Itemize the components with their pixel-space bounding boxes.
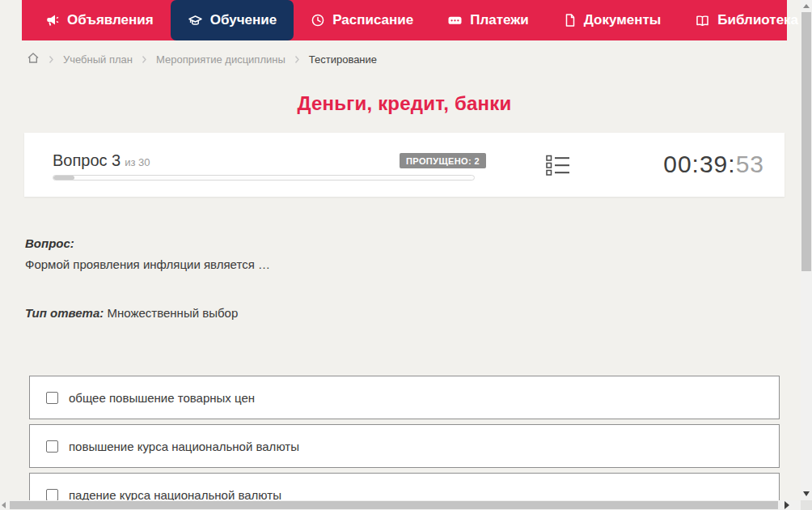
nav-item-label: Обучение [210,12,277,28]
option-label: общее повышение товарных цен [69,391,255,405]
progress-bar [53,175,475,181]
breadcrumb-separator-icon [49,55,54,64]
scroll-right-arrow[interactable] [785,501,789,509]
question-list-icon [546,165,570,179]
library-icon [695,14,710,28]
nav-item-label: Объявления [67,12,154,28]
vertical-scrollbar[interactable] [801,0,812,500]
nav-item-learning[interactable]: Обучение [171,0,294,40]
skipped-badge: ПРОПУЩЕНО: 2 [400,153,486,168]
megaphone-icon [45,14,60,28]
question-number: Вопрос 3из 30 [53,151,150,170]
breadcrumb: Учебный план Мероприятие дисциплины Тест… [27,50,377,68]
scroll-left-arrow[interactable] [2,502,6,508]
checkbox-option-2[interactable] [46,440,58,453]
breadcrumb-testing: Тестирование [309,53,377,66]
breadcrumb-curriculum[interactable]: Учебный план [63,53,133,66]
nav-item-label: Расписание [332,12,413,28]
breadcrumb-separator-icon [142,55,147,64]
checkbox-option-3[interactable] [46,489,58,501]
horizontal-scrollbar[interactable] [0,500,801,510]
graduation-cap-icon [188,14,203,28]
timer-hours-minutes: 00:39: [663,151,735,177]
nav-item-label: Платежи [470,12,529,28]
nav-item-library[interactable]: Библиотека [678,0,812,40]
progress-fill [53,176,74,180]
nav-item-announcements[interactable]: Объявления [28,0,171,40]
checkbox-option-1[interactable] [46,392,58,404]
main-navbar: Объявления Обучение Расписание Платежи Д… [22,0,787,40]
answer-option-1[interactable]: общее повышение товарных цен [29,376,780,419]
horizontal-scrollbar-thumb[interactable] [10,501,778,509]
home-icon[interactable] [27,52,40,66]
answer-type: Тип ответа: Множественный выбор [25,306,238,320]
question-label: Вопрос: [25,236,74,250]
clock-icon [311,13,325,28]
timer-seconds: 53 [736,151,764,177]
breadcrumb-discipline-event[interactable]: Мероприятие дисциплины [156,53,285,66]
vertical-scrollbar-thumb[interactable] [801,12,811,271]
answer-option-2[interactable]: повышение курса национальной валюты [29,424,780,468]
nav-item-label: Библиотека [717,12,798,28]
answer-type-value: Множественный выбор [107,306,238,320]
question-text: Формой проявления инфляции является … [25,257,270,271]
cash-icon [447,13,463,28]
scroll-up-arrow[interactable] [803,4,810,8]
nav-item-label: Документы [584,12,662,28]
option-label: падение курса национальной валюты [69,488,281,502]
question-total: из 30 [125,156,150,168]
breadcrumb-separator-icon [294,55,300,64]
answer-type-label: Тип ответа: [25,306,104,320]
question-list-button[interactable] [546,155,570,180]
question-header-panel: Вопрос 3из 30 ПРОПУЩЕНО: 2 00:39:53 [24,133,785,197]
option-label: повышение курса национальной валюты [69,440,299,453]
page-title: Деньги, кредит, банки [0,92,809,115]
timer: 00:39:53 [663,151,764,178]
document-icon [563,13,577,28]
nav-item-schedule[interactable]: Расписание [294,0,430,40]
nav-item-payments[interactable]: Платежи [430,0,546,40]
scrollbar-corner [801,500,812,510]
scroll-down-arrow[interactable] [803,491,810,496]
nav-item-documents[interactable]: Документы [546,0,679,40]
